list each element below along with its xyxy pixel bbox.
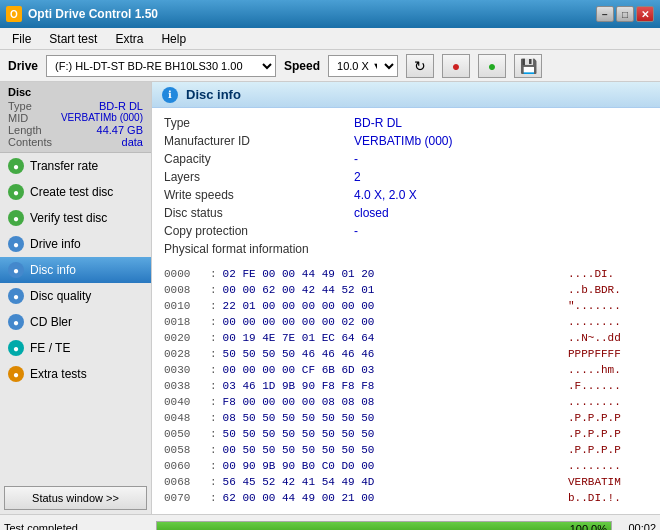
hex-chars: .....hm.: [568, 362, 648, 378]
disc-length-label: Length: [8, 124, 42, 136]
hex-row: 0060:00 90 9B 90 B0 C0 D0 00........: [164, 458, 648, 474]
hex-bytes: 50 50 50 50 50 50 50 50: [223, 426, 562, 442]
hex-bytes: 00 90 9B 90 B0 C0 D0 00: [223, 458, 562, 474]
hex-addr: 0060: [164, 458, 204, 474]
hex-bytes: 00 00 62 00 42 44 52 01: [223, 282, 562, 298]
hex-sep: :: [210, 410, 217, 426]
minimize-button[interactable]: −: [596, 6, 614, 22]
hex-chars: .P.P.P.P: [568, 410, 648, 426]
hex-row: 0048:08 50 50 50 50 50 50 50.P.P.P.P: [164, 410, 648, 426]
info-row: Layers2: [164, 170, 648, 184]
hex-row: 0030:00 00 00 00 CF 6B 6D 03.....hm.: [164, 362, 648, 378]
hex-sep: :: [210, 298, 217, 314]
content-header: ℹ Disc info: [152, 82, 660, 108]
app-title: Opti Drive Control 1.50: [28, 7, 596, 21]
window-controls: − □ ✕: [596, 6, 654, 22]
hex-sep: :: [210, 346, 217, 362]
hex-row: 0068:56 45 52 42 41 54 49 4DVERBATIM: [164, 474, 648, 490]
fe-te-label: FE / TE: [30, 341, 70, 355]
hex-addr: 0018: [164, 314, 204, 330]
content-scroll[interactable]: TypeBD-R DLManufacturer IDVERBATIMb (000…: [152, 108, 660, 514]
info-key: Physical format information: [164, 242, 354, 256]
info-row: TypeBD-R DL: [164, 116, 648, 130]
hex-chars: ..b.BDR.: [568, 282, 648, 298]
hex-row: 0008:00 00 62 00 42 44 52 01..b.BDR.: [164, 282, 648, 298]
hex-sep: :: [210, 282, 217, 298]
progress-bar-container: 100.0%: [156, 521, 612, 531]
sidebar-item-drive-info[interactable]: ●Drive info: [0, 231, 151, 257]
disc-type-label: Type: [8, 100, 32, 112]
disc-info-icon: ●: [8, 262, 24, 278]
sidebar-item-verify-test-disc[interactable]: ●Verify test disc: [0, 205, 151, 231]
hex-chars: ".......: [568, 298, 648, 314]
drive-info-label: Drive info: [30, 237, 81, 251]
hex-row: 0000:02 FE 00 00 44 49 01 20....DI.: [164, 266, 648, 282]
close-button[interactable]: ✕: [636, 6, 654, 22]
hex-sep: :: [210, 378, 217, 394]
hex-addr: 0070: [164, 490, 204, 506]
speed-select[interactable]: 10.0 X ▼: [328, 55, 398, 77]
hex-row: 0028:50 50 50 50 46 46 46 46PPPPFFFF: [164, 346, 648, 362]
disc-mid-row: MID VERBATIMb (000): [8, 112, 143, 124]
info-value: VERBATIMb (000): [354, 134, 452, 148]
status-window-button[interactable]: Status window >>: [4, 486, 147, 510]
red-button[interactable]: ●: [442, 54, 470, 78]
sidebar-item-disc-info[interactable]: ●Disc info: [0, 257, 151, 283]
cd-bler-label: CD Bler: [30, 315, 72, 329]
hex-row: 0010:22 01 00 00 00 00 00 00".......: [164, 298, 648, 314]
menu-extra[interactable]: Extra: [107, 30, 151, 48]
info-row: Capacity-: [164, 152, 648, 166]
sidebar-item-fe-te[interactable]: ●FE / TE: [0, 335, 151, 361]
hex-row: 0070:62 00 00 44 49 00 21 00b..DI.!.: [164, 490, 648, 506]
hex-row: 0020:00 19 4E 7E 01 EC 64 64..N~..dd: [164, 330, 648, 346]
drive-info-icon: ●: [8, 236, 24, 252]
info-key: Disc status: [164, 206, 354, 220]
verify-test-disc-icon: ●: [8, 210, 24, 226]
hex-chars: .P.P.P.P: [568, 442, 648, 458]
hex-bytes: 56 45 52 42 41 54 49 4D: [223, 474, 562, 490]
info-row: Manufacturer IDVERBATIMb (000): [164, 134, 648, 148]
hex-chars: .P.P.P.P: [568, 426, 648, 442]
disc-contents-row: Contents data: [8, 136, 143, 148]
green-button[interactable]: ●: [478, 54, 506, 78]
hex-bytes: 00 50 50 50 50 50 50 50: [223, 442, 562, 458]
hex-section: 0000:02 FE 00 00 44 49 01 20....DI. 0008…: [152, 266, 660, 514]
hex-chars: ........: [568, 458, 648, 474]
extra-tests-icon: ●: [8, 366, 24, 382]
sidebar-item-disc-quality[interactable]: ●Disc quality: [0, 283, 151, 309]
save-button[interactable]: 💾: [514, 54, 542, 78]
hex-sep: :: [210, 490, 217, 506]
menu-help[interactable]: Help: [153, 30, 194, 48]
sidebar-item-create-test-disc[interactable]: ●Create test disc: [0, 179, 151, 205]
sidebar-item-extra-tests[interactable]: ●Extra tests: [0, 361, 151, 387]
hex-bytes: 62 00 00 44 49 00 21 00: [223, 490, 562, 506]
info-value: 2: [354, 170, 361, 184]
hex-sep: :: [210, 442, 217, 458]
hex-addr: 0008: [164, 282, 204, 298]
content-header-icon: ℹ: [162, 87, 178, 103]
disc-contents-label: Contents: [8, 136, 52, 148]
drive-bar: Drive (F:) HL-DT-ST BD-RE BH10LS30 1.00 …: [0, 50, 660, 82]
hex-row: 0018:00 00 00 00 00 00 02 00........: [164, 314, 648, 330]
hex-bytes: 00 19 4E 7E 01 EC 64 64: [223, 330, 562, 346]
refresh-button[interactable]: ↻: [406, 54, 434, 78]
disc-info-table: TypeBD-R DLManufacturer IDVERBATIMb (000…: [152, 108, 660, 266]
hex-bytes: 08 50 50 50 50 50 50 50: [223, 410, 562, 426]
hex-addr: 0068: [164, 474, 204, 490]
hex-row: 0058:00 50 50 50 50 50 50 50.P.P.P.P: [164, 442, 648, 458]
progress-bar: [157, 522, 611, 531]
sidebar-item-transfer-rate[interactable]: ●Transfer rate: [0, 153, 151, 179]
content-area: ℹ Disc info TypeBD-R DLManufacturer IDVE…: [152, 82, 660, 514]
info-row: Write speeds4.0 X, 2.0 X: [164, 188, 648, 202]
info-key: Layers: [164, 170, 354, 184]
hex-chars: .F......: [568, 378, 648, 394]
hex-addr: 0028: [164, 346, 204, 362]
drive-select[interactable]: (F:) HL-DT-ST BD-RE BH10LS30 1.00: [46, 55, 276, 77]
disc-type-value: BD-R DL: [99, 100, 143, 112]
sidebar-item-cd-bler[interactable]: ●CD Bler: [0, 309, 151, 335]
menu-file[interactable]: File: [4, 30, 39, 48]
hex-row: 0038:03 46 1D 9B 90 F8 F8 F8.F......: [164, 378, 648, 394]
hex-sep: :: [210, 394, 217, 410]
menu-start-test[interactable]: Start test: [41, 30, 105, 48]
maximize-button[interactable]: □: [616, 6, 634, 22]
